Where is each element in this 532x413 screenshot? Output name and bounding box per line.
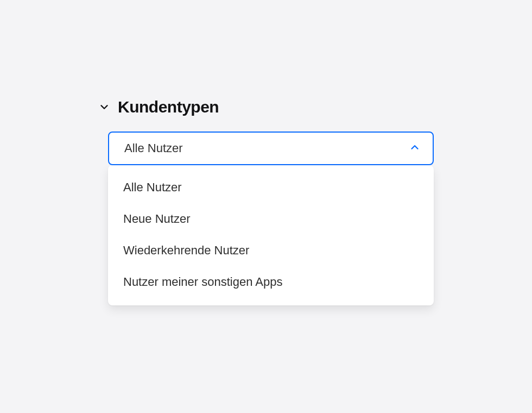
section-header[interactable]: Kundentypen [97,98,435,116]
select-value: Alle Nutzer [124,141,183,155]
select-option[interactable]: Alle Nutzer [108,172,434,203]
customer-types-section: Kundentypen Alle Nutzer Alle Nutzer Neue… [97,98,435,305]
select-box[interactable]: Alle Nutzer [108,132,434,165]
chevron-up-icon [409,141,421,155]
select-dropdown: Alle Nutzer Neue Nutzer Wiederkehrende N… [108,165,434,305]
select-option[interactable]: Wiederkehrende Nutzer [108,235,434,266]
select-option[interactable]: Neue Nutzer [108,203,434,235]
select-option[interactable]: Nutzer meiner sonstigen Apps [108,266,434,298]
customer-type-select: Alle Nutzer Alle Nutzer Neue Nutzer Wied… [108,132,434,305]
section-title: Kundentypen [118,98,219,116]
chevron-down-icon [98,101,110,113]
